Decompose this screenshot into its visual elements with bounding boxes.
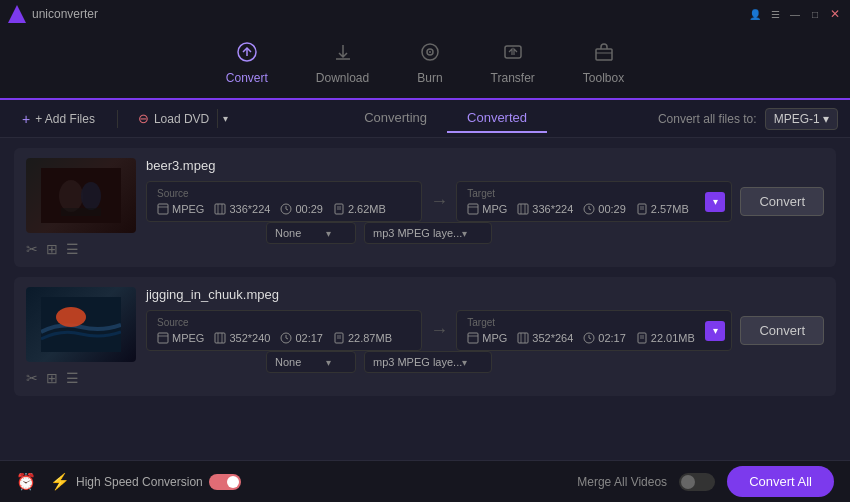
convert-all-to-label: Convert all files to: xyxy=(658,112,757,126)
target-duration-1: 00:29 xyxy=(583,203,626,215)
target-label-1: Target xyxy=(467,188,721,199)
file-name-2: jigging_in_chuuk.mpeg xyxy=(146,287,824,302)
thumbnail-1 xyxy=(26,158,136,233)
user-icon-btn[interactable]: 👤 xyxy=(748,7,762,21)
audio-select-2[interactable]: mp3 MPEG laye... ▾ xyxy=(364,351,492,373)
conversion-row-2: Source MPEG 352*240 xyxy=(146,310,824,351)
bolt-icon: ⚡ xyxy=(50,472,70,491)
maximize-btn[interactable]: □ xyxy=(808,7,822,21)
load-dvd-dropdown-arrow[interactable]: ▾ xyxy=(217,109,233,128)
nav-burn[interactable]: Burn xyxy=(393,33,466,93)
format-value: MPEG-1 xyxy=(774,112,820,126)
add-files-button[interactable]: + + Add Files xyxy=(12,107,105,131)
app-name: uniconverter xyxy=(32,7,98,21)
nav-transfer-label: Transfer xyxy=(491,71,535,85)
crop-icon-2[interactable]: ⊞ xyxy=(46,370,58,386)
nav-convert[interactable]: Convert xyxy=(202,33,292,93)
target-size-1: 2.57MB xyxy=(636,203,689,215)
scissor-icon-1[interactable]: ✂ xyxy=(26,241,38,257)
source-label-2: Source xyxy=(157,317,411,328)
speed-toggle-switch[interactable] xyxy=(209,474,241,490)
svg-point-8 xyxy=(59,180,83,212)
timer-icon[interactable]: ⏰ xyxy=(16,472,36,491)
target-info-1: MPG 336*224 00:29 xyxy=(467,203,721,215)
svg-rect-24 xyxy=(518,204,528,214)
svg-rect-5 xyxy=(596,49,612,60)
nav-convert-label: Convert xyxy=(226,71,268,85)
target-res-1: 336*224 xyxy=(517,203,573,215)
file-top-1: ✂ ⊞ ☰ beer3.mpeg Source MPEG xyxy=(26,158,824,257)
nav-burn-label: Burn xyxy=(417,71,442,85)
svg-point-34 xyxy=(56,307,86,327)
title-bar-right: 👤 ☰ — □ ✕ xyxy=(748,7,842,21)
load-dvd-label: Load DVD xyxy=(154,112,209,126)
svg-line-18 xyxy=(286,209,288,210)
bottom-left: ⏰ ⚡ High Speed Conversion xyxy=(16,472,241,491)
add-files-label: + Add Files xyxy=(35,112,95,126)
toolbar-tabs: Converting Converted xyxy=(233,104,658,133)
file-controls-2: ✂ ⊞ ☰ xyxy=(26,370,136,386)
svg-rect-48 xyxy=(518,333,528,343)
load-dvd-button[interactable]: ⊖ Load DVD xyxy=(130,107,217,130)
settings-icon-2[interactable]: ☰ xyxy=(66,370,79,386)
format-select[interactable]: MPEG-1 ▾ xyxy=(765,108,838,130)
svg-rect-4 xyxy=(505,46,521,58)
tab-converting[interactable]: Converting xyxy=(344,104,447,133)
nav-transfer[interactable]: Transfer xyxy=(467,33,559,93)
toolbar-left: + + Add Files ⊖ Load DVD ▾ xyxy=(12,107,233,131)
nav-download-label: Download xyxy=(316,71,369,85)
effect-select-2[interactable]: None ▾ xyxy=(266,351,356,373)
tab-converted[interactable]: Converted xyxy=(447,104,547,133)
svg-line-42 xyxy=(286,338,288,339)
toolbar-right: Convert all files to: MPEG-1 ▾ xyxy=(658,108,838,130)
arrow-icon-2: → xyxy=(430,320,448,341)
dvd-circle-icon: ⊖ xyxy=(138,111,149,126)
thumbnail-2 xyxy=(26,287,136,362)
options-row-1: None ▾ mp3 MPEG laye... ▾ xyxy=(266,222,824,244)
target-dropdown-btn-1[interactable]: ▾ xyxy=(705,192,725,212)
title-bar-left: uniconverter xyxy=(8,5,98,23)
effect-select-1[interactable]: None ▾ xyxy=(266,222,356,244)
svg-rect-37 xyxy=(215,333,225,343)
menu-icon-btn[interactable]: ☰ xyxy=(768,7,782,21)
convert-button-2[interactable]: Convert xyxy=(740,316,824,345)
effect-select-arrow-1: ▾ xyxy=(326,228,331,239)
settings-icon-1[interactable]: ☰ xyxy=(66,241,79,257)
file-info-2: jigging_in_chuuk.mpeg Source MPEG 352*24… xyxy=(146,287,824,373)
merge-toggle-switch[interactable] xyxy=(679,473,715,491)
target-block-2: Target MPG 352*264 xyxy=(456,310,732,351)
audio-select-arrow-2: ▾ xyxy=(462,357,467,368)
crop-icon-1[interactable]: ⊞ xyxy=(46,241,58,257)
toolbox-nav-icon xyxy=(593,41,615,67)
nav-toolbox[interactable]: Toolbox xyxy=(559,33,648,93)
file-item-2: ✂ ⊞ ☰ jigging_in_chuuk.mpeg Source MPEG xyxy=(14,277,836,396)
audio-select-1[interactable]: mp3 MPEG laye... ▾ xyxy=(364,222,492,244)
options-row-2: None ▾ mp3 MPEG laye... ▾ xyxy=(266,351,824,373)
download-nav-icon xyxy=(332,41,354,67)
target-size-2: 22.01MB xyxy=(636,332,695,344)
target-dropdown-btn-2[interactable]: ▾ xyxy=(705,321,725,341)
svg-rect-33 xyxy=(41,297,121,352)
source-duration-1: 00:29 xyxy=(280,203,323,215)
file-top-2: ✂ ⊞ ☰ jigging_in_chuuk.mpeg Source MPEG xyxy=(26,287,824,386)
target-format-2: MPG xyxy=(467,332,507,344)
svg-point-3 xyxy=(429,51,431,53)
speed-label: High Speed Conversion xyxy=(76,475,203,489)
load-dvd-group: ⊖ Load DVD ▾ xyxy=(130,107,233,130)
conversion-row-1: Source MPEG 336*224 xyxy=(146,181,824,222)
target-label-2: Target xyxy=(467,317,721,328)
burn-nav-icon xyxy=(419,41,441,67)
source-info-2: MPEG 352*240 02:17 xyxy=(157,332,411,344)
svg-rect-11 xyxy=(158,204,168,214)
minimize-btn[interactable]: — xyxy=(788,7,802,21)
svg-point-9 xyxy=(81,182,101,210)
nav-bar: Convert Download Burn Tran xyxy=(0,28,850,100)
nav-download[interactable]: Download xyxy=(292,33,393,93)
source-size-1: 2.62MB xyxy=(333,203,386,215)
convert-all-button[interactable]: Convert All xyxy=(727,466,834,497)
convert-button-1[interactable]: Convert xyxy=(740,187,824,216)
svg-rect-10 xyxy=(61,208,101,216)
close-btn[interactable]: ✕ xyxy=(828,7,842,21)
merge-label: Merge All Videos xyxy=(577,475,667,489)
scissor-icon-2[interactable]: ✂ xyxy=(26,370,38,386)
